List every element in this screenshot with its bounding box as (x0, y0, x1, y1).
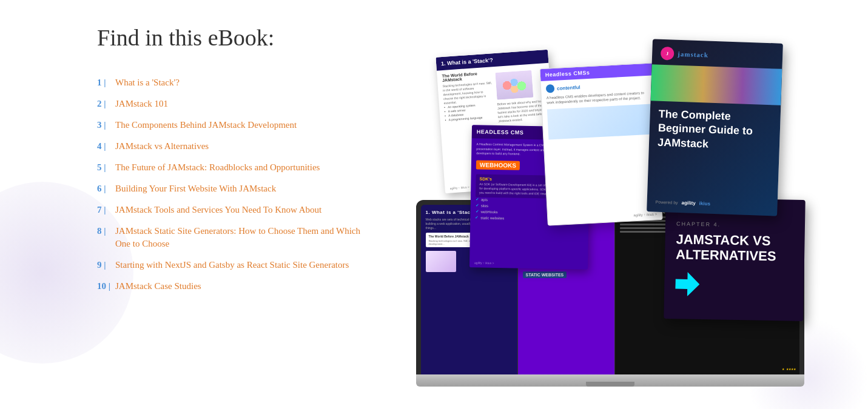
toc-number-1: 1 | (97, 76, 115, 89)
contentful-icon (545, 84, 554, 93)
toc-item-5: 5 | The Future of JAMstack: Roadblocks a… (97, 161, 364, 174)
contentful-text: contentful (556, 84, 580, 91)
toc-column: Find in this eBook: 1 | What is a 'Stack… (97, 24, 388, 385)
headless-open-footer: agility ↑ ikius > (474, 261, 583, 266)
jamstack-logo-text: jamstack (678, 50, 708, 58)
toc-link-6[interactable]: Building Your First Website With JAMstac… (115, 182, 276, 195)
toc-number-6: 6 | (97, 182, 115, 195)
toc-link-9[interactable]: Starting with NextJS and Gatsby as React… (115, 259, 349, 271)
toc-item-8: 8 | JAMstack Static Site Generators: How… (97, 225, 364, 250)
screen-stars: ★ ★★★★ (782, 367, 796, 371)
book-main: J jamstack The Complete Beginner Guide t… (647, 39, 783, 216)
headless-footer-logos: agility ↑ ikius > (633, 212, 657, 217)
macarons-image (494, 70, 533, 99)
jamstack-logo-icon: J (660, 46, 674, 60)
powered-by-text: Powered by (655, 199, 678, 204)
toc-item-4: 4 | JAMstack vs Alternatives (97, 140, 364, 153)
stars-text: ★★★★ (786, 367, 796, 371)
toc-item-2: 2 | JAMstack 101 (97, 98, 364, 110)
toc-link-8[interactable]: JAMstack Static Site Generators: How to … (115, 225, 364, 250)
toc-link-4[interactable]: JAMstack vs Alternatives (115, 140, 209, 153)
page-title: Find in this eBook: (97, 24, 364, 52)
screen-macarons-mini (426, 251, 456, 272)
static-badge: STATIC WEBSITES (523, 271, 567, 278)
stack-list: An operating system A web server A datab… (443, 102, 494, 122)
ikius-logo-text: ikius (699, 201, 710, 207)
toc-link-3[interactable]: The Components Behind JAMstack Developme… (115, 119, 297, 131)
book-chapter: CHAPTER 4. JAMSTACK VS ALTERNATIVES (664, 198, 805, 321)
book-main-footer: Powered by agility ikius (655, 199, 769, 208)
stack-extra-text: Before we talk about why and how JAMstac… (497, 99, 548, 124)
webhooks-banner: WEBHOOKS (476, 159, 519, 169)
star-icon: ★ (782, 367, 784, 371)
toc-link-7[interactable]: JAMstack Tools and Services You Need To … (115, 204, 321, 216)
macarons-visual (494, 70, 533, 99)
toc-item-10: 10 | JAMstack Case Studies (97, 280, 364, 293)
main-container: Find in this eBook: 1 | What is a 'Stack… (0, 0, 868, 409)
headless-image (547, 104, 652, 139)
book-cover-stripe (650, 64, 782, 105)
world-before-text: Stacking technologies isn't new. Still, … (442, 81, 493, 105)
toc-number-2: 2 | (97, 98, 115, 110)
what-is-body: The World Before JAMstack Stacking techn… (436, 62, 553, 131)
toc-item-7: 7 | JAMstack Tools and Services You Need… (97, 204, 364, 216)
toc-number-8: 8 | (97, 225, 115, 238)
toc-number-10: 10 | (97, 280, 115, 293)
toc-item-6: 6 | Building Your First Website With JAM… (97, 182, 364, 195)
toc-number-5: 5 | (97, 161, 115, 174)
book-main-title: The Complete Beginner Guide to JAMstack (648, 107, 780, 154)
toc-link-2[interactable]: JAMstack 101 (115, 98, 168, 110)
what-is-footer-logos: agility ↑ ikius > (449, 185, 469, 190)
book-stack: J jamstack The Complete Beginner Guide t… (453, 29, 804, 381)
world-before-title: The World Before JAMstack (442, 70, 491, 82)
laptop-base (416, 374, 804, 387)
toc-link-5[interactable]: The Future of JAMstack: Roadblocks and O… (115, 161, 320, 174)
toc-number-7: 7 | (97, 204, 115, 216)
headless-body: contentful A headless CMS enables develo… (540, 75, 658, 143)
toc-item-9: 9 | Starting with NextJS and Gatsby as R… (97, 259, 364, 271)
toc-link-10[interactable]: JAMstack Case Studies (115, 280, 201, 293)
chapter-arrow-icon (675, 271, 699, 296)
toc-item-3: 3 | The Components Behind JAMstack Devel… (97, 119, 364, 131)
chapter-label: CHAPTER 4. (676, 221, 793, 228)
book-headless: Headless CMSs contentful A headless CMS … (539, 62, 662, 226)
agility-logo-text: agility (681, 200, 695, 206)
toc-number-9: 9 | (97, 259, 115, 271)
chapter-title: JAMSTACK VS ALTERNATIVES (675, 231, 793, 264)
toc-number-4: 4 | (97, 140, 115, 153)
toc-list: 1 | What is a 'Stack'? 2 | JAMstack 101 … (97, 76, 364, 293)
toc-number-3: 3 | (97, 119, 115, 131)
what-is-col-left: The World Before JAMstack Stacking techn… (442, 70, 494, 127)
hero-image-column: J jamstack The Complete Beginner Guide t… (388, 24, 868, 385)
book-main-header: J jamstack (651, 39, 782, 68)
toc-link-1[interactable]: What is a 'Stack'? (115, 76, 180, 89)
toc-item-1: 1 | What is a 'Stack'? (97, 76, 364, 89)
